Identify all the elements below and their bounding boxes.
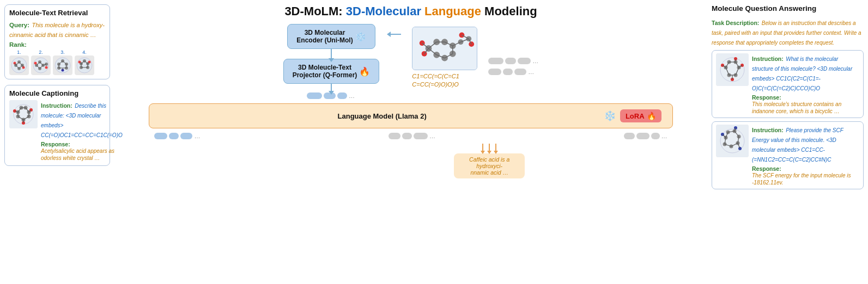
right-panel: Molecule Question Answering Task Descrip… <box>707 0 868 284</box>
rank-mol-1: 1. <box>9 50 29 75</box>
lm-token-2 <box>169 133 179 139</box>
gray-dots-2: … <box>528 69 534 75</box>
caption-molecule-image <box>9 100 38 128</box>
encoder-col: 3D MolecularEncoder (Uni-Mol) ❄️ 3D Mole… <box>283 24 380 100</box>
svg-point-19 <box>34 62 37 65</box>
lora-box: LoRA 🔥 <box>620 109 661 122</box>
rank-4-label: 4. <box>82 50 87 55</box>
caption-instruction-label: Instruction: <box>41 102 72 109</box>
smiles-text: C1=CC(=C(C=C1 C=CC(=O)O)O)O <box>412 72 459 89</box>
lora-fire-icon: 🔥 <box>647 112 656 120</box>
projector-fire-icon: 🔥 <box>359 66 370 77</box>
rank-4-image <box>75 55 94 75</box>
qa-2-instruction-label: Instruction: <box>752 127 784 133</box>
gray-token-row-1: … <box>488 58 538 64</box>
rank-3-label: 3. <box>60 50 65 55</box>
mol-3d-image <box>412 27 477 70</box>
token-1 <box>307 92 322 99</box>
query-label: Query: <box>9 22 29 28</box>
qa-mol-2 <box>716 125 749 157</box>
rank-label: Rank: <box>9 41 105 48</box>
gray-token-row-2: … <box>488 69 534 75</box>
rank-mol-2: 2. <box>31 50 51 75</box>
rank-molecule-row: 1. <box>9 50 105 75</box>
lm-dots-2: … <box>429 133 435 139</box>
output-arrow-2 <box>489 144 490 151</box>
retrieval-section: Molecule-Text Retrieval Query: This mole… <box>4 4 110 79</box>
lm-row: Language Model (Llama 2) ❄️ LoRA 🔥 <box>149 103 672 128</box>
gray-token-1 <box>488 58 503 64</box>
qa-1-text: Instruction: What is the molecular struc… <box>752 53 859 115</box>
qa-1-instruction-label: Instruction: <box>752 55 784 62</box>
captioning-title: Molecule Captioning <box>9 89 105 97</box>
output-arrow-1 <box>482 144 483 151</box>
gray-token-6 <box>514 69 526 75</box>
rank-1-image <box>9 55 29 75</box>
qa-2-text: Instruction: Please provide the SCF Ener… <box>752 125 859 186</box>
lm-token-3 <box>180 133 192 139</box>
lm-token-mid: … <box>389 133 435 139</box>
retrieval-title: Molecule-Text Retrieval <box>9 9 105 17</box>
projector-label: 3D Moleucle-TextProjector (Q-Former) <box>293 64 357 79</box>
lm-gray-4 <box>624 133 635 139</box>
mol-smiles-col: C1=CC(=C(C=C1 C=CC(=O)O)O)O <box>412 24 477 89</box>
rank-2-image <box>31 55 51 75</box>
main-title: 3D-MoLM: 3D-Molecular Language Modeling <box>284 4 537 18</box>
title-modeling: Modeling <box>481 4 537 18</box>
output-col: Caffeic acid is a hydroxyci- nnamic acid… <box>454 144 525 178</box>
caption-text: Instruction: Describe this molecule: <3D… <box>41 100 123 162</box>
qa-2-response-text: The SCF energy for the input molecule is… <box>752 172 859 186</box>
lora-label: LoRA <box>626 112 645 120</box>
lm-gray-3 <box>414 133 428 139</box>
gray-token-4 <box>488 69 501 75</box>
encoder-snowflake-icon: ❄️ <box>355 32 366 42</box>
qa-2-response-label: Response: <box>752 165 859 172</box>
qa-1-response-text: This molecule's structure contains an in… <box>752 101 859 115</box>
output-arrows-row <box>482 144 496 151</box>
top-row: 3D MolecularEncoder (Uni-Mol) ❄️ 3D Mole… <box>120 24 702 100</box>
qa-mol-1 <box>716 53 749 86</box>
rank-mol-3: 3. <box>53 50 72 75</box>
qa-item-1: Instruction: What is the molecular struc… <box>712 50 864 118</box>
left-panel: Molecule-Text Retrieval Query: This mole… <box>0 0 114 284</box>
gray-dots-1: … <box>532 58 538 64</box>
svg-point-0 <box>11 58 27 73</box>
encoder-box: 3D MolecularEncoder (Uni-Mol) ❄️ <box>287 24 375 49</box>
encoder-label: 3D MolecularEncoder (Uni-Mol) <box>296 29 353 44</box>
rank-mol-4: 4. <box>75 50 94 75</box>
gray-token-5 <box>503 69 513 75</box>
lm-box: Language Model (Llama 2) ❄️ LoRA 🔥 <box>149 103 672 128</box>
gray-token-2 <box>505 58 516 64</box>
lm-token-left: … <box>154 133 200 139</box>
title-3d: 3D-Molecular <box>346 4 424 18</box>
projector-box: 3D Moleucle-TextProjector (Q-Former) 🔥 <box>283 59 380 84</box>
rank-2-label: 2. <box>39 50 43 55</box>
qa-1-response-label: Response: <box>752 94 859 101</box>
task-description-block: Task Description: Below is an instructio… <box>712 17 864 47</box>
lm-token-row: … … … <box>149 131 672 141</box>
lm-token-right: … <box>624 133 667 139</box>
lm-gray-2 <box>402 133 412 139</box>
caption-content: Instruction: Describe this molecule: <3D… <box>9 100 105 162</box>
center-panel: 3D-MoLM: 3D-Molecular Language Modeling … <box>114 0 707 284</box>
task-desc-label: Task Description: <box>712 20 759 26</box>
svg-rect-76 <box>412 27 477 70</box>
captioning-section: Molecule Captioning <box>4 85 110 166</box>
svg-point-20 <box>45 66 48 69</box>
gray-token-3 <box>518 58 531 64</box>
lm-token-1 <box>154 133 167 139</box>
title-prefix: 3D-MoLM: <box>284 4 345 18</box>
qa-item-2: Instruction: Please provide the SCF Ener… <box>712 121 864 189</box>
output-text-box: Caffeic acid is a hydroxyci- nnamic acid… <box>454 153 525 178</box>
token-dots: … <box>349 92 356 99</box>
svg-rect-125 <box>716 125 749 157</box>
title-language: Language <box>424 4 481 18</box>
gray-token-col: … … <box>488 24 538 76</box>
arrow-projector-to-tokens <box>331 84 332 91</box>
caption-response-label: Response: <box>41 141 123 147</box>
lm-gray-6 <box>651 133 660 139</box>
lm-dots-3: … <box>661 133 667 139</box>
token-3 <box>337 92 347 99</box>
right-title: Molecule Question Answering <box>712 4 864 13</box>
rank-3-image <box>53 55 72 75</box>
